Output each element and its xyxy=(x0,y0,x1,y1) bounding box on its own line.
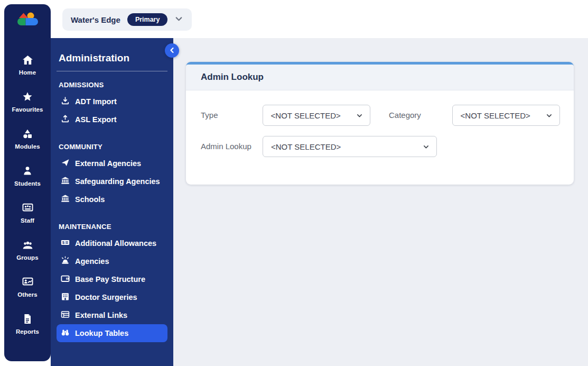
sidebar-item-agencies[interactable]: Agencies xyxy=(57,252,167,270)
sidebar-item-label: Schools xyxy=(75,195,105,204)
rail-item-home[interactable]: Home xyxy=(4,47,51,84)
star-icon xyxy=(22,92,33,104)
admin-lookup-label: Admin Lookup xyxy=(201,141,263,152)
alarm-icon xyxy=(61,256,70,267)
rail-item-label: Students xyxy=(14,180,41,187)
paper-plane-icon xyxy=(61,158,70,169)
section-header: MAINTENANCE xyxy=(57,219,167,234)
card-header: Admin Lookup xyxy=(186,65,574,90)
sidebar-item-schools[interactable]: Schools xyxy=(57,190,167,208)
sidebar-collapse-button[interactable] xyxy=(165,43,179,58)
hospital-icon xyxy=(61,292,70,303)
sidebar-item-label: Doctor Surgeries xyxy=(75,293,137,301)
sidebar-item-doctor-surgeries[interactable]: Doctor Surgeries xyxy=(57,288,167,306)
icon-rail: Home Favourites Modules xyxy=(4,4,51,361)
banknote-icon: $ xyxy=(61,238,70,249)
rail-item-students[interactable]: Students xyxy=(4,158,51,195)
sidebar-item-external-agencies[interactable]: External Agencies xyxy=(57,154,167,172)
rail-item-label: Reports xyxy=(16,328,39,335)
admin-lookup-card: Admin Lookup Type <NOT SELECTED> Categor… xyxy=(186,62,574,185)
sidebar-item-label: ASL Export xyxy=(75,115,117,124)
document-icon xyxy=(23,314,32,326)
topbar: Water's Edge Primary xyxy=(51,0,588,38)
category-select-value: <NOT SELECTED> xyxy=(461,111,530,120)
sidebar-item-label: Lookup Tables xyxy=(75,329,128,337)
rail-item-groups[interactable]: Groups xyxy=(4,232,51,269)
sidebar-divider xyxy=(57,71,167,71)
sidebar-item-label: ADT Import xyxy=(75,97,117,106)
section-admissions: ADMISSIONS ADT Import ASL Export xyxy=(57,77,167,129)
form-row: Admin Lookup <NOT SELECTED> xyxy=(201,136,560,157)
type-select-value: <NOT SELECTED> xyxy=(271,111,341,120)
rail-item-label: Home xyxy=(19,69,36,76)
rail-item-reports[interactable]: Reports xyxy=(4,306,51,343)
section-header: COMMUNITY xyxy=(57,139,167,154)
person-icon xyxy=(22,166,33,178)
person-chart-icon xyxy=(22,277,33,289)
section-header: ADMISSIONS xyxy=(57,77,167,93)
rail-item-modules[interactable]: Modules xyxy=(4,121,51,158)
rail-item-label: Favourites xyxy=(12,106,43,113)
section-maintenance: MAINTENANCE $ Additional Allowances xyxy=(57,219,167,342)
admin-lookup-select[interactable]: <NOT SELECTED> xyxy=(263,136,437,157)
sidebar-item-label: External Agencies xyxy=(75,159,141,168)
sidebar-item-label: Agencies xyxy=(75,257,109,266)
wallet-icon xyxy=(61,274,70,285)
chevron-down-icon xyxy=(546,112,553,119)
table-icon xyxy=(61,310,70,321)
rail-nav: Home Favourites Modules xyxy=(4,47,51,343)
sidebar-item-label: Safeguarding Agencies xyxy=(75,177,160,186)
admin-lookup-select-value: <NOT SELECTED> xyxy=(271,142,341,151)
sidebar-item-lookup-tables[interactable]: Lookup Tables xyxy=(57,324,167,342)
card-title: Admin Lookup xyxy=(201,72,264,83)
form-row: Type <NOT SELECTED> Category <NOT SELECT… xyxy=(201,105,560,126)
app-window: Home Favourites Modules xyxy=(0,0,588,366)
shapes-icon xyxy=(22,129,33,141)
chevron-down-icon xyxy=(356,112,363,119)
download-tray-icon xyxy=(61,96,70,107)
type-label: Type xyxy=(201,110,263,121)
bank-icon xyxy=(61,176,70,187)
rail-item-favourites[interactable]: Favourites xyxy=(4,84,51,121)
sidebar-item-asl-export[interactable]: ASL Export xyxy=(57,111,167,129)
rail-item-label: Groups xyxy=(16,254,39,261)
bank-icon xyxy=(61,194,70,205)
rail-item-staff[interactable]: Staff xyxy=(4,195,51,232)
sidebar-title: Administration xyxy=(57,52,167,64)
administration-sidebar: Administration ADMISSIONS ADT Import xyxy=(51,38,173,366)
sidebar-item-additional-allowances[interactable]: $ Additional Allowances xyxy=(57,234,167,252)
people-group-icon xyxy=(22,240,33,252)
people-screen-icon xyxy=(22,203,33,215)
main-content: Admin Lookup Type <NOT SELECTED> Categor… xyxy=(173,38,588,366)
type-select[interactable]: <NOT SELECTED> xyxy=(263,105,370,126)
rail-item-others[interactable]: Others xyxy=(4,269,51,306)
sidebar-item-label: Additional Allowances xyxy=(75,239,156,248)
binoculars-icon xyxy=(61,328,70,338)
card-body: Type <NOT SELECTED> Category <NOT SELECT… xyxy=(186,90,574,157)
category-label: Category xyxy=(389,110,452,121)
section-community: COMMUNITY External Agencies xyxy=(57,139,167,208)
upload-tray-icon xyxy=(61,114,70,125)
sidebar-item-safeguarding-agencies[interactable]: Safeguarding Agencies xyxy=(57,172,167,190)
app-logo[interactable] xyxy=(4,4,51,37)
sidebar-item-adt-import[interactable]: ADT Import xyxy=(57,93,167,111)
school-phase-badge: Primary xyxy=(127,13,168,26)
school-selector[interactable]: Water's Edge Primary xyxy=(62,8,192,31)
chevron-down-icon xyxy=(174,14,183,25)
sidebar-item-label: External Links xyxy=(75,311,127,319)
cloud-logo xyxy=(15,11,40,30)
svg-text:$: $ xyxy=(62,240,65,245)
sidebar-item-external-links[interactable]: External Links xyxy=(57,306,167,324)
rail-item-label: Staff xyxy=(21,217,34,224)
home-icon xyxy=(22,55,33,67)
sidebar-item-label: Base Pay Structure xyxy=(75,275,145,283)
rail-item-label: Modules xyxy=(15,143,40,150)
school-name: Water's Edge xyxy=(71,15,120,24)
chevron-down-icon xyxy=(423,143,430,150)
chevron-left-icon xyxy=(169,46,175,56)
rail-item-label: Others xyxy=(17,291,38,298)
category-select[interactable]: <NOT SELECTED> xyxy=(452,105,560,126)
sidebar-item-base-pay-structure[interactable]: Base Pay Structure xyxy=(57,270,167,288)
